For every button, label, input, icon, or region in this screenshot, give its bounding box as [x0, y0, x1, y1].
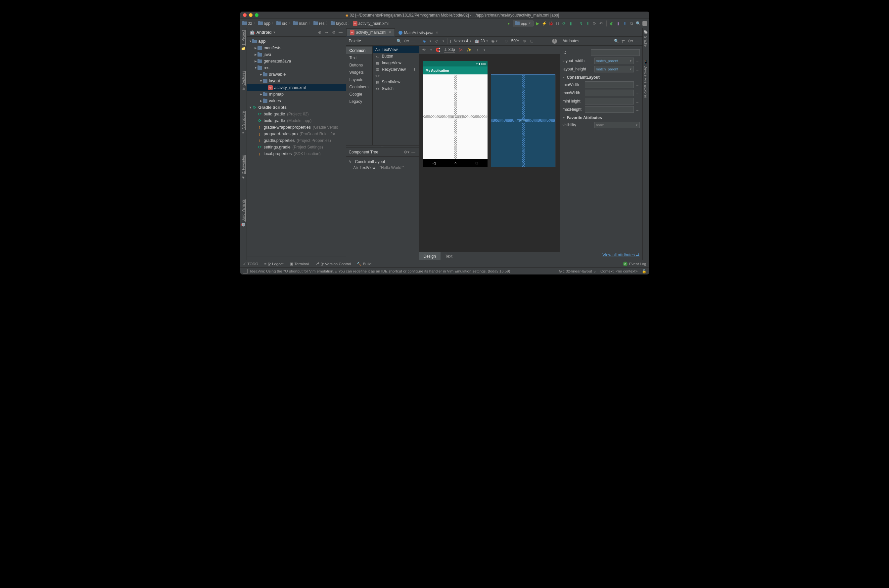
- bottom-tool-button[interactable]: ⎇9: Version Control: [315, 262, 351, 266]
- attr-swap-icon[interactable]: ⇄: [621, 39, 626, 44]
- tree-row[interactable]: ▶java: [247, 51, 346, 58]
- rail-button[interactable]: 🤖Build Variants: [241, 200, 245, 227]
- palette-category[interactable]: Text: [346, 54, 372, 62]
- tree-row[interactable]: ⫿proguard-rules.pro(ProGuard Rules for: [247, 130, 346, 137]
- debug-button[interactable]: 🐞: [548, 21, 554, 26]
- device-preview[interactable]: ▾ ▮ 8:00 My Application Hello World!: [423, 61, 487, 167]
- attr-minwidth-more[interactable]: …: [636, 82, 640, 87]
- close-tab-icon[interactable]: ✕: [388, 30, 391, 34]
- rail-button[interactable]: ◎Captures: [241, 71, 245, 91]
- palette-search-icon[interactable]: 🔍: [397, 39, 402, 44]
- tree-row[interactable]: ⟳build.gradle(Module: app): [247, 117, 346, 124]
- palette-category[interactable]: Legacy: [346, 98, 372, 105]
- bp-textview[interactable]: Hello World!: [517, 119, 529, 122]
- zoom-in-icon[interactable]: ⊕: [522, 39, 527, 44]
- textview-preview[interactable]: Hello World!: [448, 116, 463, 118]
- infer-constraints-icon[interactable]: ✨: [467, 48, 472, 52]
- palette-item[interactable]: ▩ImageView: [373, 60, 419, 66]
- palette-category[interactable]: Containers: [346, 83, 372, 91]
- tree-row[interactable]: ⫿gradle.properties(Project Properties): [247, 137, 346, 144]
- rail-button[interactable]: 📱Device File Explorer: [644, 60, 648, 98]
- palette-category[interactable]: Common: [346, 47, 372, 54]
- bottom-tool-button[interactable]: 🔨Build: [357, 262, 372, 266]
- palette-item[interactable]: ≣RecyclerView⬇: [373, 66, 419, 73]
- rail-button[interactable]: 📁1: Project: [241, 30, 245, 51]
- palette-category[interactable]: Layouts: [346, 76, 372, 83]
- attr-id-input[interactable]: [591, 49, 640, 56]
- tree-row[interactable]: ▼res: [247, 64, 346, 71]
- design-canvas[interactable]: ▾ ▮ 8:00 My Application Hello World!: [419, 55, 560, 252]
- tree-row[interactable]: ⟳settings.gradle(Project Settings): [247, 144, 346, 150]
- attr-height-more[interactable]: …: [636, 67, 640, 71]
- tree-row[interactable]: ⟳build.gradle(Project: 02): [247, 111, 346, 117]
- tree-row[interactable]: ⫿gradle-wrapper.properties(Gradle Versio: [247, 124, 346, 130]
- hide-panel-icon[interactable]: —: [338, 30, 343, 35]
- attr-height-select[interactable]: match_parent▼: [594, 66, 634, 72]
- tree-row[interactable]: ▶generatedJava: [247, 58, 346, 64]
- attr-hide-icon[interactable]: —: [635, 39, 640, 44]
- project-view-dropdown[interactable]: ▼: [273, 31, 276, 34]
- surface-select-icon[interactable]: ◈: [422, 39, 427, 44]
- component-tree-hide-icon[interactable]: —: [411, 150, 416, 154]
- component-tree-settings-icon[interactable]: ⚙▾: [404, 150, 409, 154]
- breadcrumb-item[interactable]: layout: [331, 21, 347, 26]
- status-square-icon[interactable]: [243, 269, 248, 273]
- tree-row[interactable]: ⫿local.properties(SDK Location): [247, 150, 346, 157]
- view-options-icon[interactable]: 👁: [422, 48, 427, 52]
- attr-search-icon[interactable]: 🔍: [614, 39, 619, 44]
- attr-maxheight-input[interactable]: [585, 106, 634, 113]
- close-window-button[interactable]: [243, 13, 247, 17]
- design-tab[interactable]: Design: [419, 252, 441, 260]
- align-icon[interactable]: ↕: [475, 48, 480, 52]
- lock-icon[interactable]: 🔒: [642, 269, 647, 273]
- palette-category[interactable]: Widgets: [346, 69, 372, 76]
- attr-section-constraint[interactable]: ▼ConstraintLayout: [563, 75, 640, 80]
- palette-category[interactable]: Google: [346, 91, 372, 98]
- rail-button[interactable]: ≡7: Structure: [241, 111, 245, 135]
- palette-item[interactable]: ▤ScrollView: [373, 79, 419, 86]
- preview-body[interactable]: Hello World!: [423, 74, 487, 159]
- tree-row[interactable]: <>activity_main.xml: [247, 84, 346, 91]
- sync-gradle-icon[interactable]: ⟳: [592, 21, 597, 26]
- tree-row[interactable]: ▶drawable: [247, 71, 346, 78]
- default-margin[interactable]: ⊥ 8dp: [444, 47, 455, 52]
- palette-hide-icon[interactable]: —: [411, 39, 416, 44]
- rail-button[interactable]: 🐘Gradle: [644, 30, 648, 46]
- breadcrumb-item[interactable]: main: [293, 21, 307, 26]
- palette-settings-icon[interactable]: ⚙▾: [404, 39, 409, 44]
- download-icon[interactable]: ⬇: [413, 67, 416, 72]
- magnet-icon[interactable]: 🧲: [436, 48, 441, 52]
- attr-width-select[interactable]: match_parent▼: [594, 57, 634, 64]
- project-tree[interactable]: ▼app▶manifests▶java▶generatedJava▼res▶dr…: [247, 37, 346, 256]
- make-project-icon[interactable]: ▾: [506, 21, 511, 26]
- bottom-tool-button[interactable]: ✓TODO: [243, 262, 259, 266]
- zoom-out-icon[interactable]: ⊖: [504, 39, 509, 44]
- profile-button[interactable]: ⫿⫿: [555, 21, 560, 26]
- attr-minheight-input[interactable]: [585, 98, 634, 105]
- attr-section-favorite[interactable]: ▼Favorite Attributes: [563, 116, 640, 120]
- tool-icon-2[interactable]: ▮: [616, 21, 621, 26]
- settings-icon[interactable]: ⚙: [331, 30, 336, 35]
- tree-row[interactable]: ▶manifests: [247, 45, 346, 51]
- bottom-tool-button[interactable]: ▣Terminal: [290, 262, 309, 266]
- api-selector[interactable]: 🤖28▼: [474, 39, 488, 44]
- close-tab-icon[interactable]: ✕: [436, 31, 438, 34]
- breadcrumb-item[interactable]: res: [313, 21, 325, 26]
- bottom-tool-button[interactable]: ≡6: Logcat: [265, 262, 284, 266]
- sdk-manager-icon[interactable]: ⬇: [585, 21, 590, 26]
- palette-item[interactable]: ⊙Switch: [373, 86, 419, 92]
- tool-icon-1[interactable]: ◐: [609, 21, 614, 26]
- zoom-fit-icon[interactable]: ⊡: [529, 39, 534, 44]
- attr-width-more[interactable]: …: [636, 58, 640, 63]
- breadcrumb-item[interactable]: <>activity_main.xml: [353, 21, 388, 26]
- editor-tab[interactable]: MainActivity.java✕: [395, 28, 442, 36]
- tree-row[interactable]: ▼app: [247, 38, 346, 45]
- clear-constraints-icon[interactable]: ∫✕: [459, 48, 463, 52]
- avd-manager-icon[interactable]: ↯: [579, 21, 584, 26]
- tree-row[interactable]: ▶mipmap: [247, 91, 346, 98]
- event-log-button[interactable]: Event Log: [629, 262, 647, 266]
- zoom-window-button[interactable]: [255, 13, 259, 17]
- component-tree-row[interactable]: AbTextView- "Hello World!": [349, 165, 416, 171]
- git-branch[interactable]: Git: 02-linear-layout ⌄: [559, 269, 596, 273]
- theme-selector[interactable]: ◉▼: [491, 39, 498, 44]
